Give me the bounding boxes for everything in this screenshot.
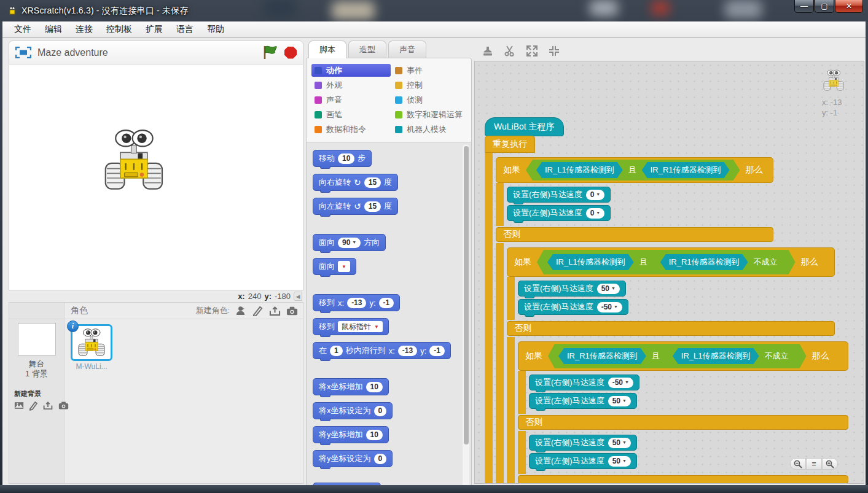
rotate-ccw-icon: ↺ xyxy=(354,202,361,211)
grow-sprite-icon[interactable] xyxy=(526,45,538,57)
stage-canvas[interactable] xyxy=(9,64,303,290)
tab-scripts[interactable]: 脚本 xyxy=(308,41,346,58)
block-move-steps[interactable]: 移动10步 xyxy=(313,150,372,167)
set-right-motor-block[interactable]: 设置(右侧)马达速度50▼ xyxy=(529,435,637,451)
zoom-in-button[interactable] xyxy=(822,458,838,470)
category-data[interactable]: 数据和指令 xyxy=(311,123,391,136)
presentation-mode-icon[interactable] xyxy=(15,47,31,58)
script-canvas[interactable]: x: -13 y: -1 WuLiBot 主程序 重复执行 如果 xyxy=(474,61,864,484)
zoom-reset-button[interactable]: = xyxy=(806,458,822,470)
sprite-info-badge[interactable]: i xyxy=(67,320,79,332)
sensor-ir-r1-block[interactable]: IR_R1传感器检测到 xyxy=(558,348,646,364)
palette-scrollbar-thumb[interactable] xyxy=(464,146,469,444)
menu-file[interactable]: 文件 xyxy=(7,22,38,37)
not-operator-block[interactable]: IR_R1传感器检测到 不成立 xyxy=(653,252,785,272)
sensor-ir-r1-block[interactable]: IR_R1传感器检测到 xyxy=(660,254,748,270)
sensor-ir-l1-block[interactable]: IR_L1传感器检测到 xyxy=(673,348,759,364)
script-stack[interactable]: WuLiBot 主程序 重复执行 如果 IR_L1传感器检测到 且 xyxy=(485,117,848,484)
set-right-motor-block[interactable]: 设置(右侧)马达速度-50▼ xyxy=(529,375,639,390)
category-events[interactable]: 事件 xyxy=(392,64,467,77)
looks-color-chip xyxy=(315,82,322,89)
goto-target-dropdown[interactable]: 鼠标指针▼ xyxy=(338,321,383,332)
category-control[interactable]: 控制 xyxy=(392,79,467,91)
set-left-motor-block[interactable]: 设置(左侧)马达速度0▼ xyxy=(507,205,611,221)
block-point-direction[interactable]: 面向90▼方向 xyxy=(313,234,386,251)
shrink-sprite-icon[interactable] xyxy=(548,45,560,57)
window-bottom-border xyxy=(0,485,868,493)
upload-backdrop-icon[interactable] xyxy=(43,400,53,411)
pen-color-chip xyxy=(315,111,322,118)
sensor-ir-r1-block[interactable]: IR_R1传感器检测到 xyxy=(642,162,730,178)
stamp-icon[interactable] xyxy=(482,45,494,57)
titlebar: XRScratch(v1.6.3) - 没有连接串口 - 未保存 — ▢ ✕ xyxy=(0,0,868,21)
maximize-button[interactable]: ▢ xyxy=(815,0,834,13)
tab-costumes[interactable]: 造型 xyxy=(348,41,386,58)
category-motion[interactable]: 动作 xyxy=(311,64,391,77)
block-goto-xy[interactable]: 移到x:-13y:-1 xyxy=(313,294,400,311)
if-block-level2[interactable]: 如果 IR_L1传感器检测到 且 IR_R1传感器检测到 不成立 xyxy=(507,247,848,484)
green-flag-button[interactable] xyxy=(263,45,278,60)
sprite-thumbnail[interactable]: i xyxy=(71,324,112,361)
category-looks[interactable]: 外观 xyxy=(311,79,391,91)
backdrop-library-icon[interactable] xyxy=(14,400,24,411)
new-sprite-label: 新建角色: xyxy=(195,305,230,316)
new-sprite-library-icon[interactable] xyxy=(235,306,246,316)
panel-collapse-arrow-icon[interactable]: ◀ xyxy=(294,292,302,301)
category-robot[interactable]: 机器人模块 xyxy=(392,123,467,136)
block-point-towards[interactable]: 面向▼ xyxy=(313,258,356,275)
upload-sprite-icon[interactable] xyxy=(269,306,281,316)
paint-backdrop-icon[interactable] xyxy=(29,400,37,411)
block-turn-right[interactable]: 向右旋转↻15度 xyxy=(313,174,398,191)
point-towards-dropdown[interactable]: ▼ xyxy=(338,261,350,272)
category-pen[interactable]: 画笔 xyxy=(311,108,391,121)
set-left-motor-block[interactable]: 设置(左侧)马达速度50▼ xyxy=(529,453,637,469)
menu-edit[interactable]: 编辑 xyxy=(38,22,69,37)
stage-label: 舞台 xyxy=(25,359,48,369)
sprite-mini-thumbnail xyxy=(822,69,845,92)
and-operator-block[interactable]: IR_L1传感器检测到 且 IR_R1传感器检测到 xyxy=(526,160,740,181)
close-button[interactable]: ✕ xyxy=(835,0,863,13)
sensor-ir-l1-block[interactable]: IR_L1传感器检测到 xyxy=(547,254,634,270)
menu-extensions[interactable]: 扩展 xyxy=(139,22,170,37)
if-block-level1[interactable]: 如果 IR_L1传感器检测到 且 IR_R1传感器检测到 那么 设置(右侧)马达… xyxy=(496,157,848,484)
scissors-icon[interactable] xyxy=(504,45,516,57)
paint-new-sprite-icon[interactable] xyxy=(252,306,264,316)
category-operators[interactable]: 数字和逻辑运算 xyxy=(392,108,467,121)
block-turn-left[interactable]: 向左旋转↺15度 xyxy=(313,198,398,215)
sprite-item-mwulibot[interactable]: i M-WuLi... xyxy=(71,324,119,371)
set-left-motor-block[interactable]: 设置(左侧)马达速度50▼ xyxy=(529,393,637,409)
hat-block-main-program[interactable]: WuLiBot 主程序 xyxy=(485,117,564,136)
tab-sounds[interactable]: 声音 xyxy=(388,41,426,58)
robot-sprite[interactable] xyxy=(100,125,169,197)
minimize-button[interactable]: — xyxy=(794,0,814,13)
block-change-y[interactable]: 将y坐标增加10 xyxy=(313,426,389,443)
category-sensing[interactable]: 侦测 xyxy=(392,93,467,106)
block-goto-mouse[interactable]: 移到鼠标指针▼ xyxy=(313,318,389,335)
camera-sprite-icon[interactable] xyxy=(286,306,298,316)
script-column: x: -13 y: -1 WuLiBot 主程序 重复执行 如果 xyxy=(474,41,864,484)
category-sound[interactable]: 声音 xyxy=(311,93,391,106)
stage-thumbnail[interactable] xyxy=(18,323,56,355)
menu-language[interactable]: 语言 xyxy=(170,22,200,37)
zoom-out-button[interactable] xyxy=(790,458,806,470)
forever-block[interactable]: 重复执行 如果 IR_L1传感器检测到 且 IR_R1传感器检测到 xyxy=(485,136,848,484)
menu-help[interactable]: 帮助 xyxy=(200,22,231,37)
set-right-motor-block[interactable]: 设置(右侧)马达速度0▼ xyxy=(507,187,611,203)
set-right-motor-block[interactable]: 设置(右侧)马达速度50▼ xyxy=(518,281,626,297)
and-operator-block[interactable]: IR_L1传感器检测到 且 IR_R1传感器检测到 不成立 xyxy=(537,250,796,274)
and-operator-block[interactable]: IR_R1传感器检测到 且 IR_L1传感器检测到 不成立 xyxy=(548,344,807,368)
palette-scrollbar[interactable] xyxy=(463,144,469,493)
set-left-motor-block[interactable]: 设置(左侧)马达速度-50▼ xyxy=(518,299,628,315)
else-label-level3: 否则 xyxy=(518,415,848,430)
sprite-panel: 角色 新建角色: 舞台 1 背景 新建背景 xyxy=(9,302,303,484)
stage-selector[interactable]: 舞台 1 背景 新建背景 xyxy=(9,319,65,483)
menu-connect[interactable]: 连接 xyxy=(69,22,100,37)
block-glide[interactable]: 在1秒内滑行到x:-13y:-1 xyxy=(313,342,451,359)
stop-button[interactable] xyxy=(284,47,297,59)
not-operator-block[interactable]: IR_L1传感器检测到 不成立 xyxy=(665,346,796,366)
block-set-y[interactable]: 将y坐标设定为0 xyxy=(313,450,393,467)
block-set-x[interactable]: 将x坐标设定为0 xyxy=(313,402,393,419)
sensor-ir-l1-block[interactable]: IR_L1传感器检测到 xyxy=(536,162,623,178)
block-change-x[interactable]: 将x坐标增加10 xyxy=(313,378,389,395)
menu-board[interactable]: 控制板 xyxy=(100,22,139,37)
